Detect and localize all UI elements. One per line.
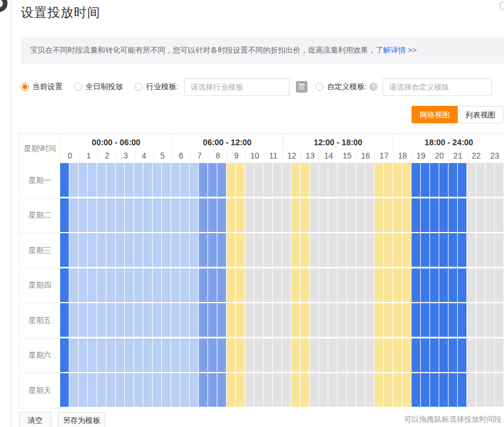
schedule-cell[interactable]	[88, 233, 97, 267]
schedule-cell[interactable]	[69, 303, 78, 337]
schedule-cell[interactable]	[365, 303, 374, 337]
schedule-cell[interactable]	[291, 303, 300, 337]
schedule-cell[interactable]	[421, 338, 429, 372]
schedule-cell[interactable]	[88, 268, 97, 302]
schedule-cell[interactable]	[116, 268, 124, 302]
schedule-cell[interactable]	[449, 303, 457, 337]
schedule-cell[interactable]	[365, 338, 374, 372]
schedule-cell[interactable]	[495, 303, 503, 337]
schedule-cell[interactable]	[319, 163, 328, 197]
schedule-cell[interactable]	[171, 303, 180, 337]
schedule-cell[interactable]	[319, 198, 328, 232]
schedule-cell[interactable]	[328, 198, 337, 232]
schedule-cell[interactable]	[245, 338, 254, 372]
schedule-cell[interactable]	[375, 338, 383, 372]
schedule-cell[interactable]	[236, 198, 244, 232]
radio-full-day[interactable]: 全日制投放	[74, 82, 123, 92]
schedule-cell[interactable]	[254, 338, 263, 372]
schedule-cell[interactable]	[236, 233, 244, 267]
schedule-cell[interactable]	[458, 338, 466, 372]
schedule-cell[interactable]	[356, 198, 365, 232]
schedule-cell[interactable]	[458, 268, 466, 302]
schedule-cell[interactable]	[134, 268, 143, 302]
schedule-cell[interactable]	[153, 268, 161, 302]
schedule-cell[interactable]	[458, 163, 466, 197]
schedule-cell[interactable]	[384, 373, 392, 407]
schedule-cell[interactable]	[402, 163, 411, 197]
schedule-cell[interactable]	[393, 303, 402, 337]
schedule-cell[interactable]	[439, 268, 448, 302]
schedule-cell[interactable]	[495, 338, 503, 372]
schedule-cell[interactable]	[60, 198, 69, 232]
schedule-cell[interactable]	[79, 338, 87, 372]
schedule-cell[interactable]	[79, 198, 87, 232]
schedule-cell[interactable]	[69, 163, 78, 197]
radio-industry-template[interactable]: 行业模板:	[135, 82, 179, 92]
schedule-cell[interactable]	[88, 303, 97, 337]
schedule-cell[interactable]	[412, 163, 420, 197]
schedule-cell[interactable]	[458, 198, 466, 232]
schedule-cell[interactable]	[393, 163, 402, 197]
schedule-cell[interactable]	[402, 198, 411, 232]
schedule-cell[interactable]	[486, 163, 494, 197]
schedule-cell[interactable]	[319, 338, 328, 372]
schedule-cell[interactable]	[365, 163, 374, 197]
schedule-cell[interactable]	[393, 373, 402, 407]
schedule-cell[interactable]	[384, 338, 392, 372]
schedule-cell[interactable]	[245, 198, 254, 232]
schedule-cell[interactable]	[190, 198, 198, 232]
schedule-cell[interactable]	[180, 373, 189, 407]
schedule-cell[interactable]	[439, 338, 448, 372]
schedule-cell[interactable]	[486, 198, 494, 232]
schedule-cell[interactable]	[347, 303, 355, 337]
schedule-cell[interactable]	[495, 373, 503, 407]
schedule-cell[interactable]	[88, 373, 97, 407]
schedule-cell[interactable]	[125, 338, 134, 372]
schedule-cell[interactable]	[486, 268, 494, 302]
schedule-cell[interactable]	[217, 198, 226, 232]
schedule-cell[interactable]	[328, 268, 337, 302]
schedule-cell[interactable]	[125, 303, 134, 337]
schedule-cell[interactable]	[199, 198, 207, 232]
schedule-cell[interactable]	[310, 163, 318, 197]
schedule-cell[interactable]	[291, 338, 300, 372]
schedule-cell[interactable]	[254, 163, 263, 197]
schedule-cell[interactable]	[347, 198, 355, 232]
schedule-cell[interactable]	[264, 198, 272, 232]
schedule-cell[interactable]	[476, 373, 485, 407]
schedule-cell[interactable]	[190, 338, 198, 372]
schedule-cell[interactable]	[402, 268, 411, 302]
schedule-cell[interactable]	[393, 338, 402, 372]
schedule-cell[interactable]	[458, 373, 466, 407]
schedule-cell[interactable]	[375, 268, 383, 302]
schedule-cell[interactable]	[162, 268, 171, 302]
schedule-cell[interactable]	[134, 233, 143, 267]
schedule-cell[interactable]	[384, 268, 392, 302]
schedule-cell[interactable]	[347, 163, 355, 197]
schedule-cell[interactable]	[143, 338, 152, 372]
schedule-cell[interactable]	[301, 303, 309, 337]
schedule-cell[interactable]	[134, 373, 143, 407]
schedule-cell[interactable]	[254, 268, 263, 302]
schedule-cell[interactable]	[421, 163, 429, 197]
schedule-cell[interactable]	[227, 233, 235, 267]
schedule-cell[interactable]	[282, 338, 291, 372]
schedule-cell[interactable]	[190, 163, 198, 197]
schedule-cell[interactable]	[106, 268, 115, 302]
schedule-cell[interactable]	[328, 338, 337, 372]
schedule-cell[interactable]	[273, 163, 281, 197]
schedule-cell[interactable]	[125, 233, 134, 267]
clear-button[interactable]: 清空	[19, 412, 51, 427]
schedule-cell[interactable]	[282, 198, 291, 232]
schedule-cell[interactable]	[301, 198, 309, 232]
schedule-cell[interactable]	[264, 303, 272, 337]
schedule-cell[interactable]	[254, 198, 263, 232]
schedule-cell[interactable]	[199, 163, 207, 197]
schedule-cell[interactable]	[162, 338, 171, 372]
schedule-cell[interactable]	[143, 233, 152, 267]
schedule-cell[interactable]	[402, 303, 411, 337]
schedule-cell[interactable]	[375, 163, 383, 197]
schedule-cell[interactable]	[208, 373, 217, 407]
schedule-cell[interactable]	[338, 268, 346, 302]
schedule-cell[interactable]	[190, 268, 198, 302]
